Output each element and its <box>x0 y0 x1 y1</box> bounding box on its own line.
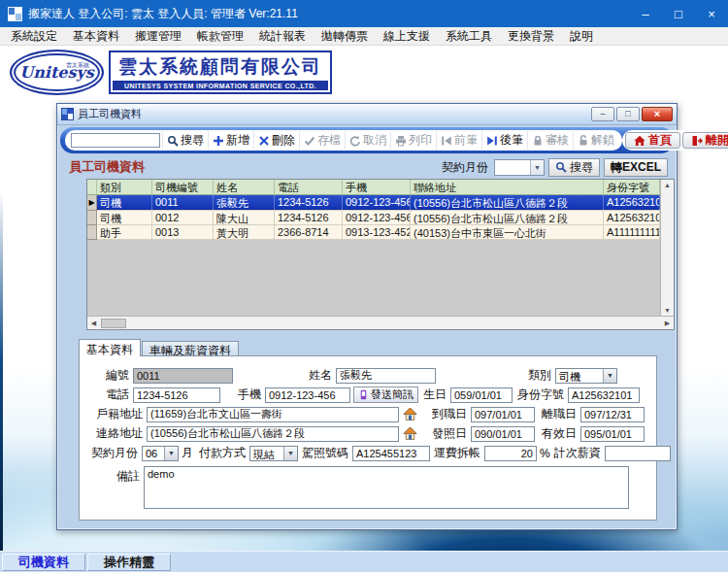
toolbar-home-button[interactable]: 首頁 <box>625 132 680 149</box>
contact-address-label: 連絡地址 <box>96 425 143 442</box>
horizontal-scrollbar[interactable]: ◀ ▶ <box>87 316 674 329</box>
exit-icon <box>691 135 703 147</box>
filter-search-button[interactable]: 搜尋 <box>548 158 600 177</box>
toolbar-search-input[interactable] <box>71 133 160 148</box>
column-header-0[interactable]: 類別 <box>97 180 152 195</box>
form-row-2: 電話 手機 發送簡訊 生日 身份字號 <box>80 387 656 403</box>
month-unit-label: 月 <box>182 445 193 461</box>
company-name: 雲太系統顧問有限公司 <box>113 54 328 80</box>
maximize-button[interactable]: □ <box>662 0 695 27</box>
status-operation-wizard[interactable]: 操作精靈 <box>87 554 171 571</box>
toolbar-add-button[interactable]: 新增 <box>208 131 253 150</box>
app-window: 搬家達人 登入公司: 雲太 登入人員: 管理者 Ver:21.11 – □ × … <box>0 0 728 572</box>
leave-date-field[interactable] <box>580 407 645 422</box>
filter-row: 員工司機資料 契約月份 ▼ 搜尋 轉EXCEL <box>57 155 677 179</box>
category-select[interactable]: 司機 ▼ <box>555 368 617 384</box>
table-row[interactable]: ▶司機0011張毅先1234-51260912-123-456(10556)台北… <box>87 195 660 211</box>
menu-item-9[interactable]: 說明 <box>562 27 601 46</box>
per-trip-salary-field[interactable] <box>605 446 671 461</box>
title-bar: 搬家達人 登入公司: 雲太 登入人員: 管理者 Ver:21.11 – □ × <box>0 0 728 27</box>
table-row[interactable]: 司機0012陳大山1234-51260912-123-456(10556)台北市… <box>87 211 660 225</box>
child-close-button[interactable]: × <box>642 107 673 121</box>
table-cell: 0912-123-456 <box>343 211 411 225</box>
tab-strip: 基本資料 車輛及薪資資料 <box>79 339 677 356</box>
vertical-scrollbar[interactable]: ▲ ▼ <box>660 180 674 316</box>
license-issue-date-field[interactable] <box>471 426 535 442</box>
birthday-label: 生日 <box>423 387 447 403</box>
export-excel-button[interactable]: 轉EXCEL <box>604 158 668 177</box>
toolbar-exit-button[interactable]: 離開 <box>682 132 728 149</box>
send-sms-button[interactable]: 發送簡訊 <box>353 387 418 403</box>
scroll-down-icon[interactable]: ▼ <box>661 307 674 314</box>
contract-month-form-select[interactable]: 06 ▼ <box>142 446 179 461</box>
plus-icon <box>213 135 224 147</box>
registered-address-field[interactable] <box>147 407 399 422</box>
scrollbar-thumb[interactable] <box>101 319 126 328</box>
menu-item-6[interactable]: 線上支援 <box>376 27 438 46</box>
driver-data-window: 員工司機資料 – □ × 搜尋新增刪除存檔取消列印前筆後筆審核解鎖 首頁離開 員… <box>56 103 678 530</box>
toolbar-left-pill: 搜尋新增刪除存檔取消列印前筆後筆審核解鎖 <box>65 130 622 151</box>
payment-method-select[interactable]: 現結 ▼ <box>249 446 298 461</box>
app-icon <box>8 7 22 21</box>
child-title-bar: 員工司機資料 – □ × <box>57 104 677 125</box>
table-row[interactable]: 助手0013黃大明2366-87140913-123-452(40153)台中市… <box>87 225 660 240</box>
mobile-field[interactable] <box>265 387 350 403</box>
license-valid-date-field[interactable] <box>580 426 645 442</box>
name-field[interactable] <box>336 368 436 384</box>
hire-date-field[interactable] <box>471 407 535 422</box>
mobile-phone-icon <box>358 389 369 400</box>
contract-month-label: 契約月份 <box>442 159 488 176</box>
contract-month-select[interactable]: ▼ <box>494 159 545 176</box>
scroll-left-icon[interactable]: ◀ <box>87 320 100 326</box>
form-row-4: 連絡地址 發照日 有效日 <box>80 425 656 442</box>
birthday-field[interactable] <box>450 387 513 403</box>
child-maximize-button[interactable]: □ <box>616 107 640 121</box>
remark-field[interactable]: demo <box>144 466 629 509</box>
column-header-5[interactable]: 聯絡地址 <box>411 180 604 195</box>
table-cell: 助手 <box>97 225 152 240</box>
freight-split-field[interactable] <box>484 446 537 461</box>
tab-vehicle-salary[interactable]: 車輛及薪資資料 <box>142 341 239 356</box>
table-cell: 0913-123-452 <box>343 225 411 240</box>
table-cell: 司機 <box>97 211 152 225</box>
phone-field[interactable] <box>133 387 220 403</box>
menu-item-3[interactable]: 帳款管理 <box>189 27 251 46</box>
table-cell: 0912-123-456 <box>343 195 411 210</box>
column-header-2[interactable]: 姓名 <box>214 180 275 195</box>
table-cell: (40153)台中市東區一心北街 <box>411 225 604 240</box>
toolbar-next-button[interactable]: 後筆 <box>481 131 527 150</box>
menu-item-5[interactable]: 拋轉傳票 <box>314 27 376 46</box>
menu-item-0[interactable]: 系統設定 <box>3 27 65 46</box>
menu-item-4[interactable]: 統計報表 <box>251 27 314 46</box>
close-button[interactable]: × <box>695 0 728 27</box>
column-header-3[interactable]: 電話 <box>275 180 343 195</box>
no-field[interactable] <box>133 368 233 384</box>
minimize-button[interactable]: – <box>629 0 662 27</box>
status-bar: 司機資料 操作精靈 <box>0 551 728 572</box>
scroll-right-icon[interactable]: ▶ <box>661 320 674 326</box>
license-no-label: 駕照號碼 <box>302 445 348 461</box>
registered-address-picker-button[interactable] <box>402 407 418 422</box>
contact-address-field[interactable] <box>147 426 399 442</box>
status-driver-data[interactable]: 司機資料 <box>2 554 85 571</box>
scroll-up-icon[interactable]: ▲ <box>661 182 674 188</box>
menu-item-2[interactable]: 搬運管理 <box>127 27 189 46</box>
license-no-field[interactable] <box>352 446 430 461</box>
menu-item-7[interactable]: 系統工具 <box>438 27 500 46</box>
child-window-title: 員工司機資料 <box>78 107 587 121</box>
column-header-6[interactable]: 身份字號 <box>604 180 660 195</box>
table-cell: (10556)台北市松山區八德路２段 <box>411 195 604 210</box>
next-icon <box>486 135 498 147</box>
toolbar-delete-button[interactable]: 刪除 <box>253 131 299 150</box>
tab-basic-data[interactable]: 基本資料 <box>79 339 141 356</box>
contact-address-picker-button[interactable] <box>402 426 418 442</box>
child-minimize-button[interactable]: – <box>591 107 614 121</box>
column-header-1[interactable]: 司機編號 <box>152 180 214 195</box>
column-header-4[interactable]: 手機 <box>343 180 411 195</box>
id-no-field[interactable] <box>568 387 640 403</box>
menu-item-8[interactable]: 更換背景 <box>500 27 562 46</box>
house-icon <box>403 426 417 441</box>
menu-item-1[interactable]: 基本資料 <box>65 27 127 46</box>
toolbar-search-button[interactable]: 搜尋 <box>162 131 208 150</box>
window-title: 搬家達人 登入公司: 雲太 登入人員: 管理者 Ver:21.11 <box>28 6 623 22</box>
